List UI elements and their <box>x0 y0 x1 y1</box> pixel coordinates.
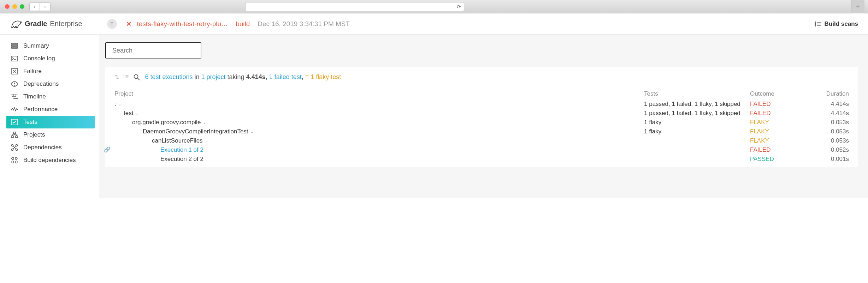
svg-point-29 <box>12 145 13 146</box>
sidebar-item-summary[interactable]: Summary <box>0 40 99 52</box>
column-duration[interactable]: Duration <box>807 90 849 97</box>
svg-rect-8 <box>11 47 18 48</box>
table-row[interactable]: 🔗Execution 1 of 2FAILED0.052s <box>114 145 849 155</box>
sort-asc-icon[interactable]: ⇅ <box>114 73 119 81</box>
back-button[interactable]: ‹ <box>29 2 40 11</box>
table-row[interactable]: org.gradle.groovy.compile⌄1 flakyFLAKY0.… <box>114 118 849 127</box>
svg-rect-7 <box>11 46 18 47</box>
tests-table: Project Tests Outcome Duration :⌄1 passe… <box>114 89 849 164</box>
close-window-icon[interactable] <box>5 4 10 9</box>
svg-rect-6 <box>11 43 18 44</box>
svg-point-2 <box>815 23 816 24</box>
sidebar-item-timeline[interactable]: Timeline <box>0 90 99 103</box>
build-timestamp: Dec 16, 2019 3:34:31 PM MST <box>258 20 350 28</box>
table-row[interactable]: :⌄1 passed, 1 failed, 1 flaky, 1 skipped… <box>114 100 849 109</box>
search-icon[interactable] <box>134 74 140 80</box>
svg-point-31 <box>12 149 13 151</box>
outcome-cell: FAILED <box>750 110 807 117</box>
svg-point-36 <box>15 157 17 159</box>
sidebar: Summary Console log Failure Deprecations… <box>0 35 99 198</box>
project-cell[interactable]: DaemonGroovyCompilerIntegrationTest⌄ <box>114 128 644 135</box>
project-cell[interactable]: canListSourceFiles⌄ <box>114 137 644 144</box>
svg-point-4 <box>815 25 816 26</box>
duration-cell: 0.001s <box>807 156 849 163</box>
sidebar-item-tests[interactable]: Tests <box>6 116 95 128</box>
table-row[interactable]: test⌄1 passed, 1 failed, 1 flaky, 1 skip… <box>114 109 849 118</box>
sidebar-item-deprecations[interactable]: Deprecations <box>0 78 99 90</box>
flaky-test-link[interactable]: 1 flaky test <box>311 73 341 80</box>
exec-count-link[interactable]: 6 test executions <box>145 73 193 80</box>
outcome-cell: FAILED <box>750 146 807 153</box>
sidebar-item-projects[interactable]: Projects <box>0 128 99 141</box>
sidebar-item-label: Projects <box>23 131 45 138</box>
zoom-window-icon[interactable] <box>20 4 24 9</box>
table-header: Project Tests Outcome Duration <box>114 89 849 100</box>
chevron-down-icon[interactable]: ⌄ <box>203 120 206 125</box>
brand[interactable]: Gradle Enterprise <box>10 19 82 29</box>
plus-icon: + <box>856 3 860 10</box>
table-row[interactable]: Execution 2 of 2PASSED0.001s <box>114 155 849 164</box>
chevron-down-icon[interactable]: ⌄ <box>118 102 122 107</box>
outcome-cell: FLAKY <box>750 137 807 144</box>
brand-suffix: Enterprise <box>50 20 82 28</box>
sort-desc-icon[interactable]: ↑≡ <box>122 73 129 81</box>
forward-button[interactable]: › <box>40 2 51 11</box>
new-tab-button[interactable]: + <box>851 0 864 13</box>
performance-icon <box>11 106 18 113</box>
svg-rect-22 <box>13 132 16 134</box>
search-input[interactable] <box>105 42 201 59</box>
tests-cell: 1 passed, 1 failed, 1 flaky, 1 skipped <box>644 110 750 117</box>
build-scans-link[interactable]: Build scans <box>815 20 858 28</box>
table-row[interactable]: DaemonGroovyCompilerIntegrationTest⌄1 fl… <box>114 127 849 136</box>
chevron-down-icon[interactable]: ⌄ <box>135 111 138 116</box>
sidebar-item-build-dependencies[interactable]: Build dependencies <box>0 154 99 167</box>
column-tests[interactable]: Tests <box>644 90 750 97</box>
outcome-cell: FLAKY <box>750 119 807 126</box>
sidebar-item-label: Console log <box>23 55 55 62</box>
failed-test-link[interactable]: 1 failed test <box>269 73 302 80</box>
build-scans-label: Build scans <box>825 20 858 28</box>
column-outcome[interactable]: Outcome <box>750 90 807 97</box>
project-cell[interactable]: Execution 1 of 2 <box>114 146 644 153</box>
project-count-link[interactable]: 1 project <box>201 73 226 80</box>
reload-icon[interactable]: ⟳ <box>457 4 461 10</box>
app-header: Gradle Enterprise E ✕ tests-flaky-with-t… <box>0 13 868 35</box>
chevron-left-icon: ‹ <box>34 4 36 10</box>
list-icon <box>815 22 821 26</box>
link-icon[interactable]: 🔗 <box>104 146 111 153</box>
chevron-down-icon[interactable]: ⌄ <box>250 130 254 134</box>
failure-icon <box>11 67 18 75</box>
content-area: ⇅ ↑≡ 6 test executions in 1 project taki… <box>99 35 868 198</box>
sidebar-item-performance[interactable]: Performance <box>0 103 99 116</box>
address-bar[interactable]: ⟳ <box>245 2 464 11</box>
build-tag[interactable]: build <box>236 20 250 28</box>
brand-name: Gradle <box>25 20 47 28</box>
outcome-cell: FLAKY <box>750 128 807 135</box>
svg-point-0 <box>815 22 816 23</box>
gradle-logo-icon <box>10 19 22 29</box>
sidebar-item-console-log[interactable]: Console log <box>0 52 99 65</box>
column-project[interactable]: Project <box>114 90 644 97</box>
svg-point-37 <box>12 161 14 163</box>
chevron-down-icon[interactable]: ⌄ <box>205 139 208 143</box>
project-cell[interactable]: test⌄ <box>114 110 644 117</box>
sidebar-item-dependencies[interactable]: Dependencies <box>0 141 99 154</box>
tests-cell: 1 flaky <box>644 128 750 135</box>
projects-icon <box>11 131 18 139</box>
sort-icons[interactable]: ⇅ ↑≡ <box>114 73 129 81</box>
sidebar-item-failure[interactable]: Failure <box>0 65 99 78</box>
project-cell[interactable]: Execution 2 of 2 <box>114 156 644 163</box>
sidebar-item-label: Summary <box>23 42 49 49</box>
minimize-window-icon[interactable] <box>12 4 17 9</box>
total-duration: 4.414s <box>246 73 266 80</box>
project-cell[interactable]: org.gradle.groovy.compile⌄ <box>114 119 644 126</box>
build-name[interactable]: tests-flaky-with-test-retry-plu… <box>137 20 228 28</box>
avatar[interactable]: E <box>107 19 117 29</box>
project-cell[interactable]: :⌄ <box>114 101 644 108</box>
svg-point-39 <box>134 74 138 78</box>
table-row[interactable]: canListSourceFiles⌄FLAKY0.053s <box>114 136 849 145</box>
tests-panel: ⇅ ↑≡ 6 test executions in 1 project taki… <box>105 67 858 167</box>
summary-text: 6 test executions in 1 project taking 4.… <box>145 73 341 81</box>
svg-point-32 <box>16 149 18 151</box>
svg-point-38 <box>15 161 17 163</box>
